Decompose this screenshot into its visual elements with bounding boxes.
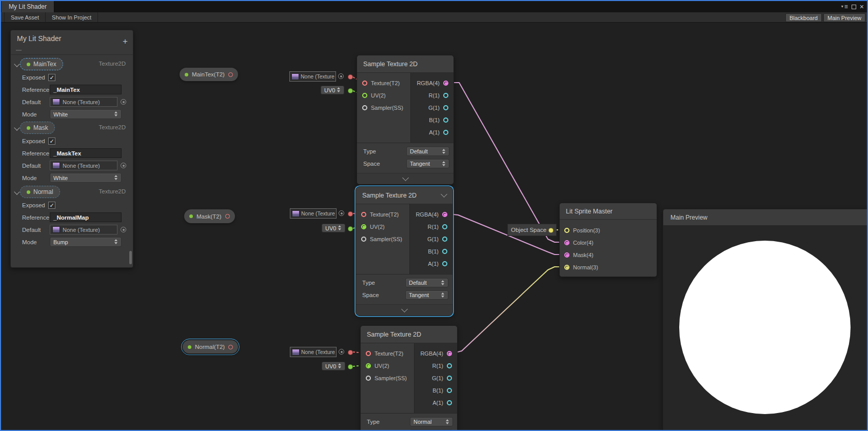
node-title[interactable]: Sample Texture 2D: [361, 326, 457, 343]
caret-down-icon[interactable]: [15, 190, 19, 194]
port-dot-texture[interactable]: [348, 74, 353, 80]
type-dropdown[interactable]: Default: [406, 147, 449, 156]
texture-object-field[interactable]: None (Texture: [289, 71, 336, 82]
port-uv-input[interactable]: [362, 93, 367, 98]
expand-preview-button[interactable]: [357, 173, 453, 184]
main-preview-toggle-button[interactable]: Main Preview: [823, 13, 865, 22]
port-position-input[interactable]: [564, 228, 569, 233]
sample-texture-2d-node-2[interactable]: Sample Texture 2D Texture(T2) UV(2) Samp…: [356, 186, 453, 316]
port-mask-output[interactable]: [225, 214, 230, 219]
port-texture-input[interactable]: [362, 81, 367, 86]
add-property-button[interactable]: +: [123, 36, 128, 47]
object-picker-icon[interactable]: [121, 163, 126, 168]
mode-dropdown[interactable]: White: [50, 173, 122, 183]
object-picker-icon[interactable]: [339, 210, 344, 216]
main-preview-title[interactable]: Main Preview: [663, 209, 868, 226]
exposed-checkbox[interactable]: ✓: [48, 202, 55, 209]
property-pill-mask[interactable]: Mask: [20, 122, 55, 134]
caret-down-icon[interactable]: [15, 126, 19, 130]
type-dropdown[interactable]: Normal: [410, 417, 453, 426]
caret-down-icon[interactable]: [15, 62, 19, 66]
blackboard-scrollbar[interactable]: [129, 251, 132, 264]
sample-texture-2d-node-3[interactable]: Sample Texture 2D Texture(T2) UV(2) Samp…: [360, 325, 458, 431]
port-a-output[interactable]: [442, 261, 447, 266]
show-in-project-button[interactable]: Show In Project: [46, 12, 98, 22]
reference-field[interactable]: _NormalMap: [50, 212, 122, 222]
port-sampler-input[interactable]: [361, 237, 366, 242]
port-texture-input[interactable]: [366, 351, 371, 356]
default-texture-field[interactable]: None (Texture): [50, 97, 117, 107]
property-node-mask[interactable]: Mask(T2): [184, 209, 235, 223]
property-node-normal[interactable]: Normal(T2): [183, 340, 238, 354]
port-normal-input[interactable]: [564, 265, 569, 270]
tab-my-lit-shader[interactable]: My Lit Shader: [2, 1, 54, 12]
wire-normal-to-normal[interactable]: [453, 267, 563, 353]
port-rgba-output[interactable]: [442, 212, 447, 217]
default-texture-field[interactable]: None (Texture): [50, 161, 117, 170]
port-dot-position[interactable]: [548, 228, 554, 233]
expand-preview-button[interactable]: [356, 304, 452, 316]
port-r-output[interactable]: [442, 224, 447, 229]
port-b-output[interactable]: [442, 249, 447, 254]
port-dot-uv[interactable]: [348, 88, 353, 93]
window-menu-icon[interactable]: ≡: [844, 4, 848, 10]
object-picker-icon[interactable]: [339, 349, 344, 355]
sample-texture-2d-node-1[interactable]: Sample Texture 2D Texture(T2) UV(2) Samp…: [357, 55, 454, 185]
chevron-down-icon[interactable]: [441, 191, 447, 198]
mode-dropdown[interactable]: White: [50, 109, 122, 119]
uv-channel-dropdown[interactable]: UV0: [322, 224, 345, 232]
port-mask-input[interactable]: [564, 252, 569, 258]
port-g-output[interactable]: [443, 105, 448, 110]
mode-dropdown[interactable]: Bump: [50, 237, 122, 247]
port-color-input[interactable]: [564, 240, 569, 245]
port-sampler-input[interactable]: [362, 105, 367, 110]
port-r-output[interactable]: [443, 93, 448, 98]
uv-channel-dropdown[interactable]: UV0: [321, 86, 344, 94]
exposed-checkbox[interactable]: ✓: [48, 74, 55, 81]
port-r-output[interactable]: [447, 363, 452, 368]
port-a-output[interactable]: [443, 130, 448, 135]
maximize-icon[interactable]: [852, 5, 856, 9]
texture-object-field[interactable]: None (Texture: [290, 347, 337, 357]
node-title[interactable]: Sample Texture 2D: [357, 55, 453, 73]
object-picker-icon[interactable]: [121, 99, 126, 105]
save-asset-button[interactable]: Save Asset: [4, 12, 46, 22]
port-texture-input[interactable]: [361, 212, 366, 217]
port-g-output[interactable]: [442, 237, 447, 242]
reference-field[interactable]: _MainTex: [50, 85, 122, 94]
port-rgba-output[interactable]: [447, 351, 452, 356]
space-dropdown[interactable]: Tangent: [406, 159, 449, 168]
reference-field[interactable]: _MaskTex: [50, 148, 122, 158]
property-pill-normal[interactable]: Normal: [20, 186, 60, 198]
close-icon[interactable]: ×: [860, 3, 864, 10]
default-texture-field[interactable]: None (Texture): [50, 225, 117, 234]
node-title[interactable]: Lit Sprite Master: [560, 203, 657, 220]
port-sampler-input[interactable]: [366, 376, 371, 381]
type-dropdown[interactable]: Default: [405, 278, 448, 287]
port-b-output[interactable]: [443, 117, 448, 123]
port-a-output[interactable]: [447, 400, 452, 405]
port-dot-texture[interactable]: [348, 350, 353, 355]
exposed-checkbox[interactable]: ✓: [48, 138, 55, 145]
port-normal-output[interactable]: [228, 345, 233, 349]
texture-object-field[interactable]: None (Texture: [290, 208, 337, 219]
port-uv-input[interactable]: [366, 363, 371, 368]
port-dot-texture[interactable]: [348, 211, 353, 217]
port-g-output[interactable]: [447, 376, 452, 381]
port-dot-uv[interactable]: [348, 364, 353, 369]
property-node-maintex[interactable]: MainTex(T2): [180, 68, 238, 81]
lit-sprite-master-node[interactable]: Lit Sprite Master Position(3) Color(4) M…: [559, 203, 657, 277]
uv-channel-dropdown[interactable]: UV0: [322, 362, 345, 370]
object-picker-icon[interactable]: [121, 227, 126, 232]
space-dropdown[interactable]: Tangent: [405, 290, 448, 300]
blackboard-toggle-button[interactable]: Blackboard: [785, 13, 822, 22]
node-title[interactable]: Sample Texture 2D: [356, 187, 452, 204]
object-picker-icon[interactable]: [338, 73, 344, 79]
property-pill-maintex[interactable]: MainTex: [20, 58, 63, 70]
port-b-output[interactable]: [447, 388, 452, 393]
window-dropdown-icon[interactable]: ▾: [841, 5, 843, 9]
port-maintex-output[interactable]: [228, 72, 233, 77]
port-dot-uv[interactable]: [348, 226, 353, 231]
port-rgba-output[interactable]: [443, 81, 448, 86]
port-uv-input[interactable]: [361, 224, 366, 229]
